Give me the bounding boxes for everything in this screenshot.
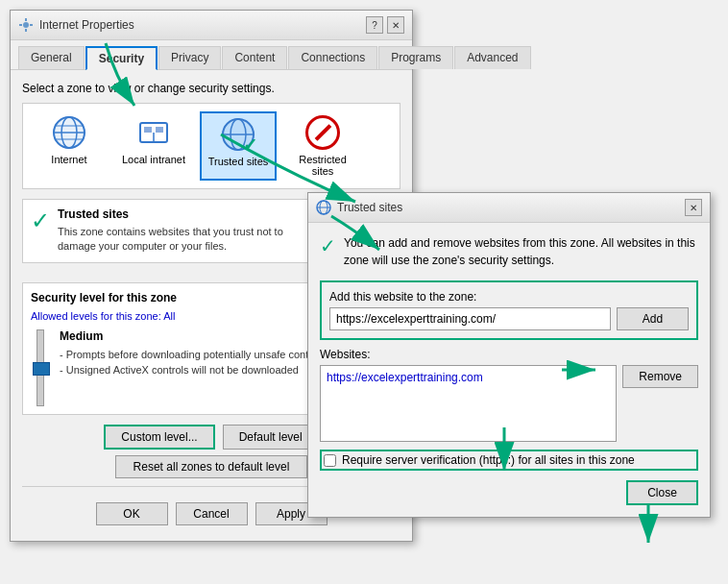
- default-level-button[interactable]: Default level: [223, 425, 319, 450]
- trusted-content: ✓ You can add and remove websites from t…: [308, 223, 710, 517]
- close-button[interactable]: Close: [626, 480, 698, 505]
- tab-content[interactable]: Content: [222, 46, 287, 69]
- zones-container: Internet Local intranet: [22, 103, 400, 189]
- reset-button[interactable]: Reset all zones to default level: [115, 455, 307, 478]
- trusted-dialog-icon: [316, 200, 331, 215]
- verify-label: Require server verification (https:) for…: [342, 453, 635, 467]
- main-titlebar: Internet Properties ? ✕: [11, 11, 412, 40]
- zone-internet[interactable]: Internet: [31, 111, 108, 181]
- zone-trusted-sites[interactable]: ✓ Trusted sites: [200, 111, 277, 181]
- zone-checkmark-icon: ✓: [31, 207, 50, 255]
- websites-section: Websites: https://excelexperttraining.co…: [320, 348, 698, 442]
- zone-info-desc: This zone contains websites that you tru…: [58, 225, 310, 255]
- tab-programs[interactable]: Programs: [378, 46, 453, 69]
- ok-button[interactable]: OK: [96, 502, 168, 525]
- zone-restricted-label: Restricted sites: [288, 154, 357, 177]
- zone-internet-label: Internet: [51, 154, 86, 165]
- level-desc2: - Unsigned ActiveX controls will not be …: [60, 362, 324, 378]
- slider-container: [31, 329, 50, 406]
- websites-label: Websites:: [320, 348, 698, 361]
- trusted-check-icon: ✓: [320, 234, 336, 269]
- help-button[interactable]: ?: [366, 16, 383, 34]
- tab-privacy[interactable]: Privacy: [158, 46, 221, 69]
- internet-icon: [52, 115, 86, 150]
- zone-info-text: Trusted sites This zone contains website…: [58, 207, 310, 255]
- level-name: Medium: [60, 329, 324, 343]
- add-row-input: Add: [329, 307, 689, 330]
- svg-rect-12: [144, 127, 152, 133]
- trusted-close-btn[interactable]: ✕: [685, 199, 702, 216]
- websites-row: https://excelexperttraining.com Remove: [320, 365, 698, 442]
- zone-info-panel: ✓ Trusted sites This zone contains websi…: [22, 199, 319, 263]
- svg-rect-1: [25, 18, 27, 21]
- svg-rect-4: [30, 24, 33, 26]
- add-label: Add this website to the zone:: [329, 290, 689, 304]
- trusted-sites-dialog: Trusted sites ✕ ✓ You can add and remove…: [307, 192, 711, 518]
- zone-trusted-label: Trusted sites: [208, 156, 269, 167]
- zone-local-intranet[interactable]: Local intranet: [115, 111, 192, 181]
- slider-track[interactable]: [36, 329, 44, 406]
- zone-restricted-sites[interactable]: Restricted sites: [284, 111, 361, 181]
- website-entry: https://excelexperttraining.com: [325, 370, 612, 385]
- websites-list[interactable]: https://excelexperttraining.com: [320, 365, 617, 442]
- tab-advanced[interactable]: Advanced: [454, 46, 530, 69]
- close-row: Close: [320, 480, 698, 505]
- trusted-titlebar-controls: ✕: [685, 199, 702, 216]
- level-info: Medium - Prompts before downloading pote…: [60, 329, 324, 406]
- level-desc1: - Prompts before downloading potentially…: [60, 347, 324, 363]
- close-button[interactable]: ✕: [387, 16, 404, 34]
- svg-rect-13: [156, 127, 163, 133]
- add-website-section: Add this website to the zone: Add: [320, 280, 698, 340]
- tab-connections[interactable]: Connections: [288, 46, 377, 69]
- intranet-svg: [136, 115, 171, 150]
- svg-point-10: [54, 117, 85, 148]
- cancel-button[interactable]: Cancel: [176, 502, 248, 525]
- zone-info-title: Trusted sites: [58, 207, 310, 221]
- trusted-dialog-title: Trusted sites: [337, 201, 402, 214]
- zone-label: Select a zone to view or change security…: [22, 82, 400, 95]
- no-symbol: [305, 115, 340, 150]
- remove-col: Remove: [622, 365, 698, 442]
- trusted-desc-text: You can add and remove websites from thi…: [344, 234, 698, 269]
- trusted-titlebar: Trusted sites ✕: [308, 193, 710, 223]
- tabs-row: General Security Privacy Content Connect…: [11, 40, 412, 70]
- trusted-check-overlay: ✓: [243, 136, 257, 154]
- add-button[interactable]: Add: [617, 307, 689, 330]
- svg-point-0: [23, 22, 29, 28]
- trusted-desc-row: ✓ You can add and remove websites from t…: [320, 234, 698, 269]
- dialog-icon: [18, 17, 34, 33]
- add-website-input[interactable]: [329, 307, 611, 330]
- titlebar-controls: ? ✕: [366, 16, 404, 34]
- zone-intranet-label: Local intranet: [122, 154, 185, 165]
- restricted-icon: [305, 115, 340, 150]
- svg-rect-2: [25, 29, 27, 32]
- dialog-title: Internet Properties: [39, 18, 134, 32]
- titlebar-left: Internet Properties: [18, 17, 134, 33]
- allowed-value: All: [163, 310, 175, 322]
- tab-security[interactable]: Security: [85, 46, 158, 70]
- slider-thumb: [33, 362, 50, 376]
- trusted-titlebar-left: Trusted sites: [316, 200, 402, 215]
- verify-checkbox[interactable]: [324, 454, 336, 467]
- internet-globe-svg: [52, 115, 86, 150]
- trusted-icon: ✓: [221, 117, 255, 152]
- custom-level-button[interactable]: Custom level...: [104, 425, 214, 450]
- verify-checkbox-row: Require server verification (https:) for…: [320, 450, 698, 471]
- tab-general[interactable]: General: [18, 46, 85, 69]
- svg-rect-3: [19, 24, 22, 26]
- remove-button[interactable]: Remove: [622, 365, 698, 388]
- intranet-icon: [136, 115, 171, 150]
